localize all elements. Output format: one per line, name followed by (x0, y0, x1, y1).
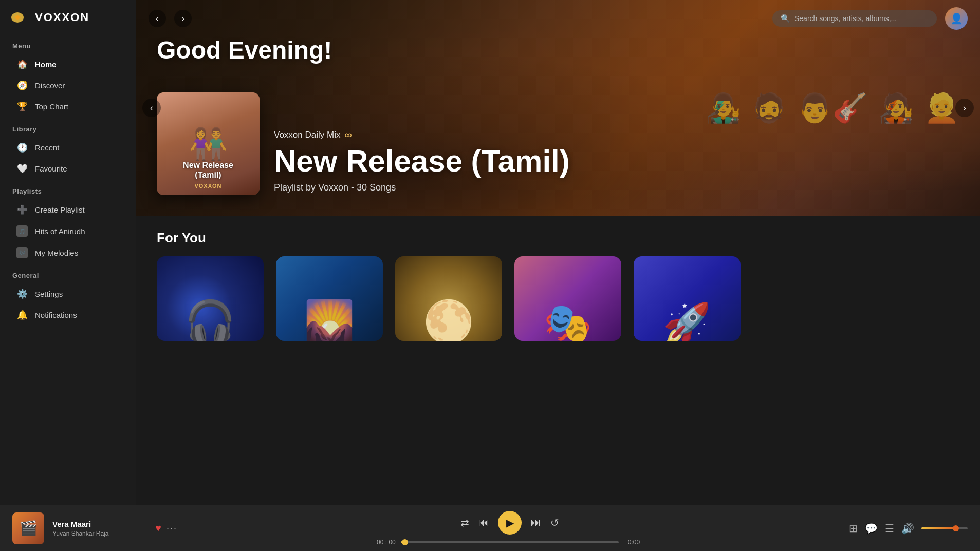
playlist-icon[interactable]: ☰ (885, 522, 894, 535)
card-2[interactable] (276, 256, 383, 341)
hero-subtitle: Playlist by Voxxon - 30 Songs (274, 182, 570, 193)
menu-section-label: Menu (0, 39, 136, 54)
notifications-icon: 🔔 (16, 310, 28, 320)
logo-icon (10, 10, 30, 25)
volume-icon[interactable]: 🔊 (901, 522, 914, 535)
avatar[interactable]: 👤 (945, 7, 968, 30)
library-section-label: Library (0, 122, 136, 137)
shuffle-button[interactable]: ⇄ (460, 517, 469, 529)
next-button[interactable]: ⏭ (531, 517, 541, 528)
general-section-label: General (0, 269, 136, 283)
recent-icon: 🕐 (16, 142, 28, 153)
hero-daily-mix-label: Voxxon Daily Mix ∞ (274, 129, 570, 141)
melodies-thumb: 🎶 (16, 247, 28, 258)
sidebar-home-label: Home (35, 60, 57, 69)
queue-icon[interactable]: ⊞ (849, 522, 858, 535)
hero-album-title: New Release(Tamil) (183, 160, 233, 180)
search-bar: 🔍 (772, 10, 937, 27)
hits-thumb: 🎵 (16, 225, 28, 237)
for-you-cards-row (157, 256, 959, 341)
play-button[interactable]: ▶ (498, 511, 522, 535)
heart-button[interactable]: ♥ (155, 522, 161, 534)
sidebar-item-notifications[interactable]: 🔔 Notifications (4, 305, 132, 325)
player-thumbnail: 🎬 (12, 512, 44, 544)
hero-album-cover[interactable]: 👫 New Release(Tamil) VOXXON (157, 92, 260, 195)
player-song-title: Vera Maari (52, 520, 145, 528)
back-button[interactable]: ‹ (149, 10, 166, 27)
discover-icon: 🧭 (16, 80, 28, 91)
player-artist: Yuvan Shankar Raja (52, 530, 145, 537)
hero-album-text: New Release(Tamil) VOXXON (183, 160, 233, 189)
main-content: ‹ › 🔍 👤 👨‍🎤🧔👨‍🎸🧑‍🎤👱 ‹ › Good Evening! (136, 0, 980, 505)
time-total: 0:00 (624, 539, 643, 546)
sidebar-item-hits-of-anirudh[interactable]: 🎵 Hits of Anirudh (4, 221, 132, 241)
sidebar-item-favourite[interactable]: 🤍 Favourite (4, 159, 132, 179)
app-name: VOXXON (35, 11, 89, 24)
top-chart-icon: 🏆 (16, 101, 28, 112)
prev-button[interactable]: ⏮ (478, 517, 489, 528)
sidebar-item-recent[interactable]: 🕐 Recent (4, 138, 132, 158)
more-options-button[interactable]: ··· (167, 523, 177, 534)
sidebar-melodies-label: My Melodies (35, 249, 78, 257)
card-3[interactable] (395, 256, 502, 341)
progress-fill (401, 541, 405, 543)
volume-bar[interactable] (921, 527, 968, 529)
time-current: 00 : 00 (376, 539, 396, 546)
player-right-controls: ⊞ 💬 ☰ 🔊 (849, 522, 968, 535)
player-info: Vera Maari Yuvan Shankar Raja (52, 520, 145, 537)
sections-area: For You (136, 216, 980, 505)
forward-button[interactable]: › (174, 10, 192, 27)
lyrics-icon[interactable]: 💬 (865, 522, 878, 535)
repeat-button[interactable]: ↺ (550, 517, 559, 529)
hero-left-arrow[interactable]: ‹ (142, 99, 161, 117)
search-icon: 🔍 (781, 14, 790, 23)
home-icon: 🏠 (16, 59, 28, 70)
hero-title: New Release (Tamil) (274, 145, 570, 177)
progress-area: 00 : 00 0:00 (376, 539, 643, 546)
settings-icon: ⚙️ (16, 289, 28, 299)
sidebar-item-top-chart[interactable]: 🏆 Top Chart (4, 97, 132, 117)
card-1[interactable] (157, 256, 264, 341)
sidebar-item-home[interactable]: 🏠 Home (4, 54, 132, 74)
create-playlist-icon: ➕ (16, 204, 28, 215)
sidebar-hits-label: Hits of Anirudh (35, 227, 85, 236)
sidebar-top-chart-label: Top Chart (35, 102, 68, 111)
sidebar-item-discover[interactable]: 🧭 Discover (4, 75, 132, 96)
infinity-icon: ∞ (344, 129, 352, 141)
sidebar-settings-label: Settings (35, 290, 63, 298)
progress-bar[interactable] (401, 541, 619, 543)
player-bar: 🎬 Vera Maari Yuvan Shankar Raja ♥ ··· ⇄ … (0, 505, 980, 551)
sidebar-discover-label: Discover (35, 81, 65, 90)
volume-fill (921, 527, 956, 529)
player-controls: ⇄ ⏮ ▶ ⏭ ↺ (460, 511, 559, 535)
sidebar-item-settings[interactable]: ⚙️ Settings (4, 284, 132, 304)
sidebar-notifications-label: Notifications (35, 311, 77, 319)
player-center: ⇄ ⏮ ▶ ⏭ ↺ 00 : 00 0:00 (186, 511, 835, 546)
sidebar-create-playlist-label: Create Playlist (35, 205, 85, 214)
hero-info: Voxxon Daily Mix ∞ New Release (Tamil) P… (274, 129, 570, 195)
player-actions: ♥ ··· (155, 522, 177, 534)
top-bar: ‹ › 🔍 👤 (136, 0, 980, 37)
search-input[interactable] (794, 14, 929, 23)
card-4[interactable] (514, 256, 621, 341)
for-you-title: For You (157, 230, 959, 246)
logo-area: VOXXON (0, 10, 136, 39)
hero-right-arrow[interactable]: › (955, 99, 974, 117)
card-5[interactable] (634, 256, 741, 341)
favourite-icon: 🤍 (16, 163, 28, 174)
hero-album-brand: VOXXON (183, 183, 233, 189)
sidebar-item-create-playlist[interactable]: ➕ Create Playlist (4, 200, 132, 220)
sidebar: VOXXON Menu 🏠 Home 🧭 Discover 🏆 Top Char… (0, 0, 136, 505)
playlists-section-label: Playlists (0, 184, 136, 199)
sidebar-recent-label: Recent (35, 143, 60, 152)
sidebar-item-my-melodies[interactable]: 🎶 My Melodies (4, 242, 132, 263)
sidebar-favourite-label: Favourite (35, 164, 67, 173)
